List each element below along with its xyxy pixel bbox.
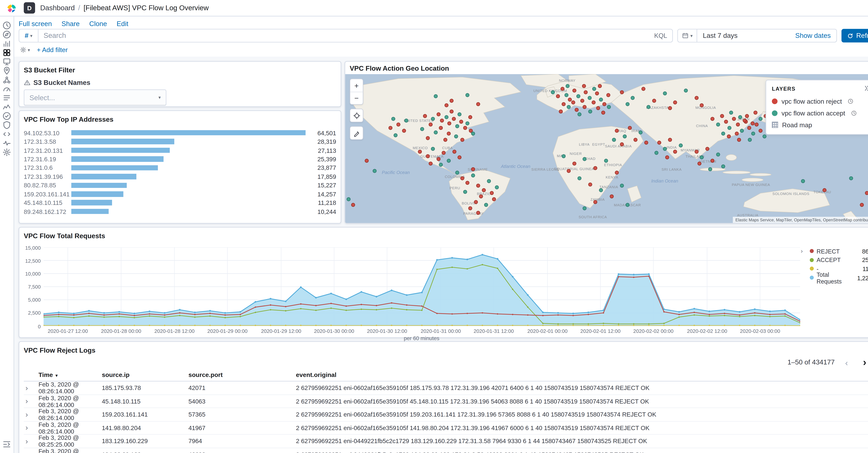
- accept-geo-point[interactable]: [578, 112, 582, 116]
- accept-geo-point[interactable]: [592, 87, 596, 91]
- column-source-port[interactable]: source.port: [188, 371, 296, 378]
- reject-geo-point[interactable]: [429, 161, 432, 165]
- machine-learning-icon[interactable]: [2, 76, 11, 84]
- reject-geo-point[interactable]: [596, 107, 600, 111]
- accept-geo-point[interactable]: [700, 156, 704, 159]
- accept-geo-point[interactable]: [578, 176, 582, 180]
- reject-geo-point[interactable]: [389, 126, 393, 130]
- reject-geo-point[interactable]: [463, 126, 467, 130]
- accept-geo-point[interactable]: [439, 163, 443, 167]
- reject-geo-point[interactable]: [397, 123, 401, 127]
- reject-geo-point[interactable]: [698, 161, 701, 165]
- reject-geo-point[interactable]: [466, 181, 470, 185]
- discover-icon[interactable]: [2, 30, 11, 39]
- reject-geo-point[interactable]: [473, 200, 477, 204]
- reject-geo-point[interactable]: [753, 111, 757, 115]
- set-view-crosshair-button[interactable]: [350, 109, 363, 122]
- accept-geo-point[interactable]: [484, 203, 488, 207]
- reject-geo-point[interactable]: [606, 93, 610, 97]
- reject-geo-point[interactable]: [429, 123, 432, 127]
- zoom-in-button[interactable]: +: [350, 79, 363, 92]
- previous-page-icon[interactable]: ‹: [840, 356, 853, 368]
- reject-geo-point[interactable]: [758, 129, 763, 133]
- clone-link[interactable]: Clone: [89, 20, 107, 28]
- accept-geo-point[interactable]: [466, 121, 470, 125]
- ip-bar[interactable]: [71, 174, 136, 179]
- reject-geo-point[interactable]: [620, 142, 624, 146]
- reject-geo-point[interactable]: [582, 84, 586, 88]
- table-row[interactable]: ›Feb 3, 2020 @ 08:26:14.000141.98.80.204…: [24, 421, 868, 435]
- reject-geo-point[interactable]: [436, 157, 440, 161]
- reject-geo-point[interactable]: [593, 166, 597, 170]
- uptime-icon[interactable]: [2, 112, 11, 121]
- accept-geo-point[interactable]: [562, 154, 566, 158]
- reject-geo-point[interactable]: [440, 118, 444, 122]
- reject-geo-point[interactable]: [447, 131, 451, 135]
- reject-geo-point[interactable]: [694, 96, 699, 100]
- expand-row-icon[interactable]: ›: [26, 410, 28, 419]
- reject-geo-point[interactable]: [492, 197, 496, 201]
- reject-geo-point[interactable]: [450, 99, 454, 103]
- accept-geo-point[interactable]: [471, 174, 475, 177]
- share-link[interactable]: Share: [61, 20, 80, 28]
- s3-bucket-select[interactable]: Select... ▾: [24, 89, 166, 106]
- reject-geo-point[interactable]: [568, 97, 572, 101]
- reject-geo-point[interactable]: [460, 138, 464, 142]
- accept-geo-point[interactable]: [463, 190, 467, 194]
- reject-geo-point[interactable]: [444, 103, 448, 108]
- accept-geo-point[interactable]: [404, 118, 408, 122]
- reject-geo-point[interactable]: [575, 108, 579, 112]
- reject-geo-point[interactable]: [591, 100, 595, 104]
- stack-monitoring-icon[interactable]: [2, 139, 11, 148]
- accept-geo-point[interactable]: [849, 176, 853, 180]
- layer-row[interactable]: vpc flow action reject: [766, 95, 868, 107]
- visualize-icon[interactable]: [2, 39, 11, 48]
- accept-geo-point[interactable]: [564, 93, 568, 97]
- table-row[interactable]: ›Feb 3, 2020 @ 08:26:14.000185.175.93.78…: [24, 382, 868, 395]
- reject-geo-point[interactable]: [458, 156, 462, 159]
- accept-geo-point[interactable]: [447, 158, 451, 162]
- reject-geo-point[interactable]: [628, 126, 632, 130]
- edit-link[interactable]: Edit: [117, 20, 128, 28]
- column-event-original[interactable]: event.original: [296, 371, 868, 378]
- reject-geo-point[interactable]: [694, 150, 699, 153]
- reject-geo-point[interactable]: [747, 126, 751, 130]
- reject-geo-point[interactable]: [743, 118, 747, 122]
- legend-item[interactable]: Total Requests1,226: [810, 273, 868, 282]
- reject-geo-point[interactable]: [700, 103, 704, 108]
- siem-icon[interactable]: [2, 121, 11, 129]
- reject-geo-point[interactable]: [571, 100, 575, 104]
- timeseries-plot[interactable]: [43, 247, 800, 326]
- reject-geo-point[interactable]: [471, 168, 475, 171]
- reject-geo-point[interactable]: [735, 131, 739, 135]
- reject-geo-point[interactable]: [595, 91, 599, 95]
- accept-geo-point[interactable]: [740, 129, 744, 133]
- layer-row[interactable]: Road map: [766, 119, 868, 131]
- legend-collapse-icon[interactable]: ›: [801, 247, 808, 282]
- reject-geo-point[interactable]: [602, 102, 607, 106]
- reject-geo-point[interactable]: [711, 117, 715, 121]
- reject-geo-point[interactable]: [724, 120, 728, 124]
- reject-geo-point[interactable]: [436, 112, 440, 116]
- accept-geo-point[interactable]: [663, 147, 666, 151]
- reject-geo-point[interactable]: [351, 203, 355, 207]
- accept-geo-point[interactable]: [762, 135, 766, 139]
- accept-geo-point[interactable]: [684, 89, 688, 93]
- accept-geo-point[interactable]: [346, 197, 350, 201]
- reject-geo-point[interactable]: [442, 151, 446, 155]
- reject-geo-point[interactable]: [426, 154, 430, 158]
- collapse-layers-icon[interactable]: [864, 85, 868, 92]
- reject-geo-point[interactable]: [453, 150, 456, 153]
- ip-bar[interactable]: [71, 200, 112, 205]
- reject-geo-point[interactable]: [755, 123, 759, 127]
- reject-geo-point[interactable]: [479, 194, 483, 198]
- reject-geo-point[interactable]: [644, 141, 648, 145]
- reject-geo-point[interactable]: [402, 129, 406, 133]
- column-source-ip[interactable]: source.ip: [102, 371, 189, 378]
- reject-geo-point[interactable]: [745, 114, 749, 118]
- refresh-button[interactable]: Refresh: [841, 29, 868, 42]
- reject-geo-point[interactable]: [460, 176, 464, 180]
- accept-geo-point[interactable]: [728, 126, 732, 130]
- recently-viewed-icon[interactable]: [2, 21, 11, 30]
- reject-geo-point[interactable]: [737, 138, 741, 142]
